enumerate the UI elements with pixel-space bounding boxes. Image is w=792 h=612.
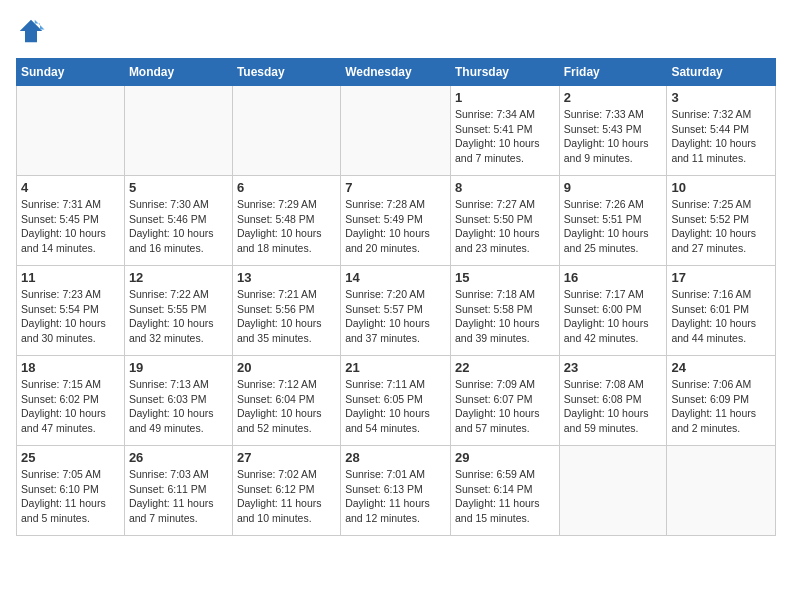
calendar-cell: 27Sunrise: 7:02 AM Sunset: 6:12 PM Dayli…: [232, 446, 340, 536]
logo-icon: [16, 16, 46, 46]
weekday-header: Wednesday: [341, 59, 451, 86]
day-number: 18: [21, 360, 120, 375]
day-number: 1: [455, 90, 555, 105]
day-number: 27: [237, 450, 336, 465]
calendar-cell: 23Sunrise: 7:08 AM Sunset: 6:08 PM Dayli…: [559, 356, 667, 446]
calendar-cell: 28Sunrise: 7:01 AM Sunset: 6:13 PM Dayli…: [341, 446, 451, 536]
calendar-cell: 20Sunrise: 7:12 AM Sunset: 6:04 PM Dayli…: [232, 356, 340, 446]
day-number: 2: [564, 90, 663, 105]
page-header: [16, 16, 776, 46]
day-number: 21: [345, 360, 446, 375]
calendar-cell: 10Sunrise: 7:25 AM Sunset: 5:52 PM Dayli…: [667, 176, 776, 266]
weekday-header: Thursday: [450, 59, 559, 86]
calendar-cell: 19Sunrise: 7:13 AM Sunset: 6:03 PM Dayli…: [124, 356, 232, 446]
day-number: 22: [455, 360, 555, 375]
day-number: 16: [564, 270, 663, 285]
day-info: Sunrise: 7:27 AM Sunset: 5:50 PM Dayligh…: [455, 197, 555, 256]
day-info: Sunrise: 7:15 AM Sunset: 6:02 PM Dayligh…: [21, 377, 120, 436]
weekday-header: Saturday: [667, 59, 776, 86]
weekday-header: Monday: [124, 59, 232, 86]
calendar-cell: [667, 446, 776, 536]
day-info: Sunrise: 7:02 AM Sunset: 6:12 PM Dayligh…: [237, 467, 336, 526]
calendar-cell: 29Sunrise: 6:59 AM Sunset: 6:14 PM Dayli…: [450, 446, 559, 536]
calendar-cell: 3Sunrise: 7:32 AM Sunset: 5:44 PM Daylig…: [667, 86, 776, 176]
calendar-cell: 14Sunrise: 7:20 AM Sunset: 5:57 PM Dayli…: [341, 266, 451, 356]
day-number: 12: [129, 270, 228, 285]
calendar-cell: 12Sunrise: 7:22 AM Sunset: 5:55 PM Dayli…: [124, 266, 232, 356]
calendar-cell: 25Sunrise: 7:05 AM Sunset: 6:10 PM Dayli…: [17, 446, 125, 536]
day-number: 7: [345, 180, 446, 195]
day-number: 25: [21, 450, 120, 465]
calendar-header-row: SundayMondayTuesdayWednesdayThursdayFrid…: [17, 59, 776, 86]
day-info: Sunrise: 7:03 AM Sunset: 6:11 PM Dayligh…: [129, 467, 228, 526]
calendar-week-row: 1Sunrise: 7:34 AM Sunset: 5:41 PM Daylig…: [17, 86, 776, 176]
day-number: 11: [21, 270, 120, 285]
day-info: Sunrise: 7:09 AM Sunset: 6:07 PM Dayligh…: [455, 377, 555, 436]
calendar-cell: 22Sunrise: 7:09 AM Sunset: 6:07 PM Dayli…: [450, 356, 559, 446]
day-info: Sunrise: 7:34 AM Sunset: 5:41 PM Dayligh…: [455, 107, 555, 166]
day-info: Sunrise: 7:17 AM Sunset: 6:00 PM Dayligh…: [564, 287, 663, 346]
day-number: 14: [345, 270, 446, 285]
calendar-week-row: 25Sunrise: 7:05 AM Sunset: 6:10 PM Dayli…: [17, 446, 776, 536]
day-info: Sunrise: 6:59 AM Sunset: 6:14 PM Dayligh…: [455, 467, 555, 526]
day-number: 9: [564, 180, 663, 195]
day-number: 13: [237, 270, 336, 285]
calendar-week-row: 11Sunrise: 7:23 AM Sunset: 5:54 PM Dayli…: [17, 266, 776, 356]
calendar-cell: [232, 86, 340, 176]
day-info: Sunrise: 7:18 AM Sunset: 5:58 PM Dayligh…: [455, 287, 555, 346]
day-info: Sunrise: 7:25 AM Sunset: 5:52 PM Dayligh…: [671, 197, 771, 256]
logo: [16, 16, 50, 46]
day-number: 19: [129, 360, 228, 375]
day-info: Sunrise: 7:12 AM Sunset: 6:04 PM Dayligh…: [237, 377, 336, 436]
day-info: Sunrise: 7:21 AM Sunset: 5:56 PM Dayligh…: [237, 287, 336, 346]
calendar-cell: 13Sunrise: 7:21 AM Sunset: 5:56 PM Dayli…: [232, 266, 340, 356]
calendar-week-row: 18Sunrise: 7:15 AM Sunset: 6:02 PM Dayli…: [17, 356, 776, 446]
day-info: Sunrise: 7:08 AM Sunset: 6:08 PM Dayligh…: [564, 377, 663, 436]
day-info: Sunrise: 7:33 AM Sunset: 5:43 PM Dayligh…: [564, 107, 663, 166]
calendar-cell: 2Sunrise: 7:33 AM Sunset: 5:43 PM Daylig…: [559, 86, 667, 176]
calendar-cell: 11Sunrise: 7:23 AM Sunset: 5:54 PM Dayli…: [17, 266, 125, 356]
calendar-cell: 21Sunrise: 7:11 AM Sunset: 6:05 PM Dayli…: [341, 356, 451, 446]
day-number: 4: [21, 180, 120, 195]
day-info: Sunrise: 7:20 AM Sunset: 5:57 PM Dayligh…: [345, 287, 446, 346]
calendar-cell: [559, 446, 667, 536]
calendar-cell: 17Sunrise: 7:16 AM Sunset: 6:01 PM Dayli…: [667, 266, 776, 356]
day-number: 28: [345, 450, 446, 465]
calendar-cell: 26Sunrise: 7:03 AM Sunset: 6:11 PM Dayli…: [124, 446, 232, 536]
calendar-cell: 24Sunrise: 7:06 AM Sunset: 6:09 PM Dayli…: [667, 356, 776, 446]
day-info: Sunrise: 7:22 AM Sunset: 5:55 PM Dayligh…: [129, 287, 228, 346]
day-info: Sunrise: 7:31 AM Sunset: 5:45 PM Dayligh…: [21, 197, 120, 256]
calendar-week-row: 4Sunrise: 7:31 AM Sunset: 5:45 PM Daylig…: [17, 176, 776, 266]
day-number: 15: [455, 270, 555, 285]
day-number: 10: [671, 180, 771, 195]
day-info: Sunrise: 7:05 AM Sunset: 6:10 PM Dayligh…: [21, 467, 120, 526]
svg-marker-0: [20, 20, 43, 43]
day-info: Sunrise: 7:13 AM Sunset: 6:03 PM Dayligh…: [129, 377, 228, 436]
day-info: Sunrise: 7:30 AM Sunset: 5:46 PM Dayligh…: [129, 197, 228, 256]
day-number: 29: [455, 450, 555, 465]
calendar-cell: 7Sunrise: 7:28 AM Sunset: 5:49 PM Daylig…: [341, 176, 451, 266]
calendar-cell: [124, 86, 232, 176]
calendar-cell: 6Sunrise: 7:29 AM Sunset: 5:48 PM Daylig…: [232, 176, 340, 266]
day-info: Sunrise: 7:23 AM Sunset: 5:54 PM Dayligh…: [21, 287, 120, 346]
day-info: Sunrise: 7:01 AM Sunset: 6:13 PM Dayligh…: [345, 467, 446, 526]
day-number: 3: [671, 90, 771, 105]
day-info: Sunrise: 7:11 AM Sunset: 6:05 PM Dayligh…: [345, 377, 446, 436]
calendar-cell: 1Sunrise: 7:34 AM Sunset: 5:41 PM Daylig…: [450, 86, 559, 176]
day-info: Sunrise: 7:16 AM Sunset: 6:01 PM Dayligh…: [671, 287, 771, 346]
day-info: Sunrise: 7:32 AM Sunset: 5:44 PM Dayligh…: [671, 107, 771, 166]
calendar-body: 1Sunrise: 7:34 AM Sunset: 5:41 PM Daylig…: [17, 86, 776, 536]
day-number: 26: [129, 450, 228, 465]
calendar-cell: 18Sunrise: 7:15 AM Sunset: 6:02 PM Dayli…: [17, 356, 125, 446]
weekday-header: Friday: [559, 59, 667, 86]
calendar-cell: [17, 86, 125, 176]
day-number: 24: [671, 360, 771, 375]
day-number: 8: [455, 180, 555, 195]
calendar-cell: 15Sunrise: 7:18 AM Sunset: 5:58 PM Dayli…: [450, 266, 559, 356]
calendar-table: SundayMondayTuesdayWednesdayThursdayFrid…: [16, 58, 776, 536]
day-info: Sunrise: 7:28 AM Sunset: 5:49 PM Dayligh…: [345, 197, 446, 256]
day-info: Sunrise: 7:29 AM Sunset: 5:48 PM Dayligh…: [237, 197, 336, 256]
calendar-cell: [341, 86, 451, 176]
day-info: Sunrise: 7:06 AM Sunset: 6:09 PM Dayligh…: [671, 377, 771, 436]
calendar-cell: 9Sunrise: 7:26 AM Sunset: 5:51 PM Daylig…: [559, 176, 667, 266]
